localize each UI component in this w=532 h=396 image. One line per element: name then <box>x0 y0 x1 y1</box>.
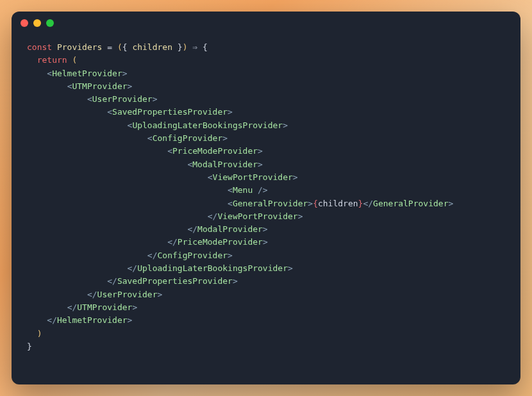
minimize-icon[interactable] <box>33 19 41 27</box>
code-content: const Providers = ({ children }) ⇒ { ret… <box>27 41 505 353</box>
code-window: const Providers = ({ children }) ⇒ { ret… <box>12 12 520 384</box>
maximize-icon[interactable] <box>46 19 54 27</box>
code-editor[interactable]: const Providers = ({ children }) ⇒ { ret… <box>12 35 520 384</box>
window-titlebar <box>12 12 520 35</box>
close-icon[interactable] <box>21 19 28 27</box>
